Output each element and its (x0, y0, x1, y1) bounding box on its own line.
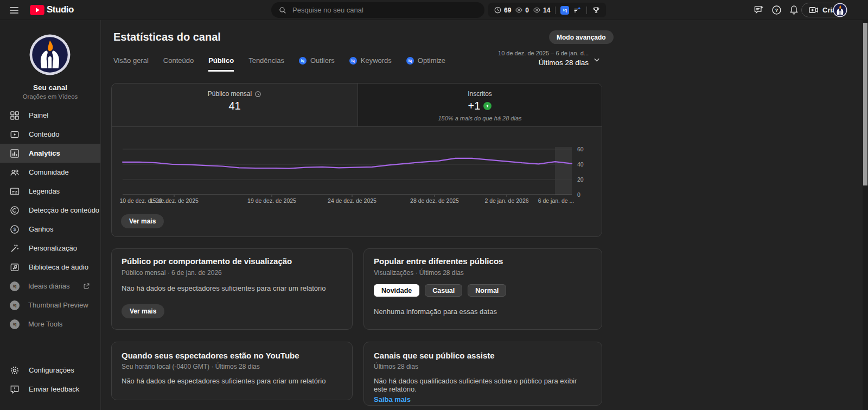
scrollbar-track[interactable] (863, 20, 868, 410)
x-tick: 15 de dez. de 2025 (150, 197, 199, 204)
earnings-icon: $ (9, 224, 20, 235)
chip-casual[interactable]: Casual (425, 284, 462, 297)
see-more-button[interactable]: Ver mais (122, 304, 164, 318)
sidebar-item-label: Conteúdo (29, 130, 59, 138)
notifications-button[interactable] (788, 4, 800, 16)
tab-conteudo[interactable]: Conteúdo (163, 56, 194, 70)
x-tick: 19 de dez. de 2025 (247, 197, 296, 204)
card-subtitle: Público mensal · 6 de jan. de 2026 (122, 269, 342, 277)
channel-subtitle: Orações em Vídeos (0, 93, 100, 100)
tab-label: Outliers (310, 56, 335, 65)
help-icon: ? (771, 4, 782, 16)
vidiq-circle-icon: iq (299, 57, 307, 65)
scrollbar-thumb[interactable] (863, 23, 867, 185)
divider (586, 7, 587, 14)
sidebar-item-conteudo[interactable]: Conteúdo (0, 125, 100, 144)
metric-label: Inscritos (468, 90, 492, 98)
tab-optimize[interactable]: iqOptimize (406, 56, 445, 70)
sidebar-item-label: Ideais diárias (28, 282, 70, 290)
sidebar-item-comunidade[interactable]: Comunidade (0, 163, 100, 182)
popular-audiences-card: Popular entre diferentes públicos Visual… (363, 248, 602, 330)
advanced-mode-button[interactable]: Modo avançado (549, 30, 614, 44)
page-title: Estatísticas do canal (113, 31, 221, 43)
search-icon (278, 6, 287, 15)
sidebar-item-ideais-diarias[interactable]: iq Ideais diárias (0, 277, 100, 296)
card-subtitle: Últimos 28 dias (374, 363, 592, 370)
when-viewers-online-card: Quando seus espectadores estão no YouTub… (111, 342, 353, 400)
sidebar-item-painel[interactable]: Painel (0, 106, 100, 125)
sidebar-item-analytics[interactable]: Analytics (0, 144, 100, 163)
tab-outliers[interactable]: iqOutliers (299, 56, 335, 70)
sidebar-item-label: Analytics (29, 149, 60, 157)
tab-label: Keywords (361, 56, 392, 65)
viewing-behavior-card: Público por comportamento de visualizaçã… (111, 248, 353, 330)
sidebar-item-ganhos[interactable]: $ Ganhos (0, 220, 100, 239)
channel-logo-icon (29, 34, 71, 76)
sidebar-item-more-tools[interactable]: iq More Tools (0, 315, 100, 334)
watch-time-value: 69 (504, 7, 511, 14)
y-tick: 60 (577, 146, 584, 152)
chip-novidade[interactable]: Novidade (374, 284, 419, 297)
sidebar-item-label: Configurações (29, 366, 74, 374)
help-button[interactable]: ? (771, 4, 782, 16)
youtube-play-icon (30, 5, 44, 15)
sidebar-item-configuracoes[interactable]: Configurações (0, 361, 100, 380)
trend-chart: 60 40 20 0 10 de dez. de 20... 15 de dez… (112, 147, 602, 207)
community-icon (9, 167, 20, 178)
metric-subscribers[interactable]: Inscritos +1 150% a mais do que há 28 di… (358, 84, 602, 127)
chevron-down-icon[interactable] (591, 54, 602, 65)
topbar: Studio 69 0 14 iq ? Criar (0, 0, 868, 20)
vidiq-circle-icon: iq (10, 281, 20, 291)
views-badge-a: 0 (515, 6, 529, 14)
sidebar-item-deteccao-de-conteudo[interactable]: Detecção de conteúdo (0, 201, 100, 220)
watch-time-badge: 69 (494, 6, 511, 14)
tab-tendencias[interactable]: Tendências (248, 56, 284, 70)
tab-label: Tendências (248, 56, 284, 65)
send-feedback-button[interactable] (753, 4, 764, 16)
sidebar-item-label: Enviar feedback (29, 385, 79, 393)
trend-up-icon (483, 102, 492, 110)
tab-visao-geral[interactable]: Visão geral (113, 56, 149, 70)
sidebar-item-label: Thumbnail Preview (28, 301, 88, 309)
tab-label: Público (208, 56, 234, 65)
metric-monthly-audience[interactable]: Público mensal 41 (112, 84, 358, 127)
metric-value: +1 (468, 100, 481, 112)
analytics-tabs: Visão geral Conteúdo Público Tendências … (113, 56, 445, 72)
sidebar-item-label: Biblioteca de áudio (29, 263, 88, 271)
vidiq-circle-icon: iq (10, 300, 20, 310)
account-avatar[interactable] (833, 3, 847, 17)
search-bar (271, 2, 484, 18)
chip-normal[interactable]: Normal (468, 284, 506, 297)
menu-button[interactable] (8, 4, 20, 16)
sidebar-item-legendas[interactable]: Legendas (0, 182, 100, 201)
card-title: Público por comportamento de visualizaçã… (122, 257, 342, 266)
eye-icon (533, 6, 541, 14)
sidebar-item-thumbnail-preview[interactable]: iq Thumbnail Preview (0, 296, 100, 315)
vidiq-circle-icon: iq (349, 57, 357, 65)
channel-avatar[interactable] (29, 34, 71, 76)
date-range-selector[interactable]: 10 de dez. de 2025 – 6 de jan. d... Últi… (456, 50, 589, 67)
sort-list-icon (573, 6, 582, 15)
x-tick: 24 de dez. de 2025 (328, 197, 376, 204)
sidebar-item-personalizacao[interactable]: Personalização (0, 239, 100, 258)
x-tick: 6 de jan. de ... (538, 197, 575, 204)
vidiq-extension-badges[interactable]: 69 0 14 iq (488, 3, 606, 17)
empty-state-text: Não há dados qualificados suficientes so… (374, 377, 592, 393)
sidebar-item-enviar-feedback[interactable]: Enviar feedback (0, 380, 100, 399)
see-more-button[interactable]: Ver mais (121, 214, 164, 228)
x-tick: 2 de jan. de 2026 (484, 197, 528, 204)
y-tick: 40 (577, 161, 584, 168)
learn-more-link[interactable]: Saiba mais (374, 395, 411, 403)
audio-library-icon (9, 262, 20, 273)
metric-note: 150% a mais do que há 28 dias (438, 115, 521, 121)
search-input[interactable] (292, 6, 477, 14)
sidebar: Seu canal Orações em Vídeos Painel Conte… (0, 20, 101, 410)
date-preset-text: Últimos 28 dias (456, 59, 589, 67)
card-subtitle: Visualizações · Últimos 28 dias (374, 269, 592, 277)
eye-icon (515, 6, 523, 14)
sidebar-item-biblioteca-de-audio[interactable]: Biblioteca de áudio (0, 258, 100, 277)
youtube-studio-logo[interactable]: Studio (30, 4, 74, 15)
tab-keywords[interactable]: iqKeywords (349, 56, 392, 70)
tab-publico[interactable]: Público (208, 56, 234, 72)
audience-chips: Novidade Casual Normal (374, 284, 592, 297)
